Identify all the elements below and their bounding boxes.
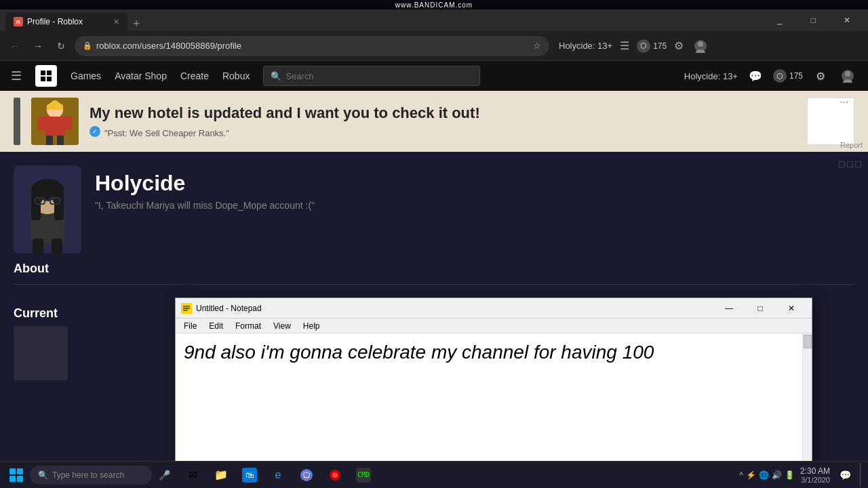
tab-close-btn[interactable]: ✕ [113,18,119,26]
nav-messages-icon[interactable]: 💬 [746,66,765,85]
notepad-maximize-btn[interactable]: □ [745,299,775,318]
ad-report-link[interactable]: Report [840,141,863,149]
folder-icon: 📁 [214,468,229,483]
about-title: About [14,262,854,276]
show-hidden-tray[interactable]: ^ [739,470,743,480]
svg-text:R: R [16,19,20,25]
svg-rect-27 [54,190,64,220]
ad-banner: My new hotel is updated and I want you t… [0,91,868,152]
volume-icon[interactable]: 🔊 [772,470,782,480]
taskbar-mic-button[interactable]: 🎤 [155,466,174,485]
ad-subtitle: "Psst: We Sell Cheaper Ranks." [104,128,229,138]
svg-rect-7 [47,70,52,75]
taskbar-ie[interactable]: e [264,463,292,487]
notepad-menu-file[interactable]: File [178,320,202,332]
robux-icon: ⬡ [637,39,650,53]
taskbar-search[interactable]: 🔍 Type here to search [30,466,152,485]
start-button[interactable] [5,464,27,486]
profile-section: Holycide "I, Takeuchi Mariya will miss D… [0,152,868,253]
svg-rect-16 [38,117,46,130]
notepad-menubar: File Edit Format View Help [176,319,812,333]
recorder-icon [328,468,342,483]
start-sq-3 [9,476,16,482]
notepad-menu-edit[interactable]: Edit [203,320,229,332]
svg-rect-19 [57,136,64,145]
new-tab-button[interactable]: + [127,17,146,31]
profile-username: Holycide [95,171,854,196]
ie-icon: e [271,468,285,483]
roblox-search-bar[interactable]: 🔍 [263,66,480,86]
forward-button[interactable]: → [28,37,47,56]
profile-avatar-container [14,165,81,253]
svg-rect-34 [52,239,62,253]
browser-minimize-btn[interactable]: ⎯ [764,9,795,31]
notepad-scroll-thumb[interactable] [804,335,812,348]
ad-text-block: My new hotel is updated and I want you t… [90,104,796,138]
nav-actions: Holycide: 13+ ☰ ⬡ 175 ⚙ [559,37,710,56]
notepad-menu-view[interactable]: View [268,320,296,332]
active-tab[interactable]: R Profile - Roblox ✕ [5,12,127,31]
taskbar-search-icon: 🔍 [38,470,48,480]
notepad-minimize-btn[interactable]: — [714,299,744,318]
nav-games[interactable]: Games [71,70,101,81]
taskbar-clock[interactable]: 2:30 AM 3/1/2020 [800,466,830,484]
bookmark-icon[interactable]: ☆ [533,41,541,51]
ad-more-button[interactable]: ··· [840,96,860,106]
svg-rect-33 [33,239,43,253]
nav-settings-icon[interactable]: ⚙ [811,66,830,85]
robux-badge: ⬡ 175 [637,39,667,53]
taskbar-mail[interactable]: ✉ [179,463,206,487]
back-button[interactable]: ← [5,37,24,56]
taskbar-terminal[interactable]: CMD [350,463,377,487]
taskbar-search-text: Type here to search [52,470,124,480]
nav-robux[interactable]: Robux [222,70,250,81]
search-input[interactable] [285,71,473,81]
nav-profile-icon[interactable] [838,66,857,85]
roblox-logo[interactable] [35,65,57,87]
notepad-menu-format[interactable]: Format [230,320,267,332]
profile-options-btn[interactable]: □ □ □ [839,159,861,169]
notepad-close-btn[interactable]: ✕ [776,299,806,318]
browser-close-btn[interactable]: ✕ [831,9,863,31]
address-bar[interactable]: 🔒 roblox.com/users/1480058869/profile ☆ [75,36,549,56]
ad-left-bar [14,98,20,145]
system-tray: ^ ⚡ 🌐 🔊 🔋 [739,470,795,480]
show-desktop-btn[interactable] [860,463,863,487]
nav-list-icon[interactable]: ☰ [615,37,634,56]
start-sq-1 [9,468,16,474]
refresh-button[interactable]: ↻ [52,37,71,56]
taskbar-recorder[interactable] [321,463,349,487]
network-icon[interactable]: 🌐 [759,470,769,480]
notification-center[interactable]: 💬 [835,466,854,485]
taskbar-folder[interactable]: 📁 [208,463,235,487]
browser-maximize-btn[interactable]: □ [797,9,829,31]
start-sq-4 [17,476,23,482]
power-icon[interactable]: 🔋 [785,470,795,480]
bandicam-text: www.BANDICAM.com [395,1,473,9]
nav-user-label: Holycide: 13+ [684,71,738,81]
taskbar-chrome[interactable] [293,463,320,487]
bluetooth-icon[interactable]: ⚡ [746,470,756,480]
profile-avatar [14,165,81,253]
taskbar-items: ✉ 📁 🛍 e [179,463,377,487]
bandicam-watermark: www.BANDICAM.com [0,0,868,9]
taskbar-store[interactable]: 🛍 [236,463,263,487]
address-text: roblox.com/users/1480058869/profile [96,41,529,51]
notepad-menu-help[interactable]: Help [298,320,326,332]
window-controls: ⎯ □ ✕ [764,9,863,31]
nav-avatar-shop[interactable]: Avatar Shop [115,70,167,81]
ad-verified-icon: ✓ [90,126,100,137]
mail-icon: ✉ [185,468,200,483]
svg-rect-36 [183,306,190,307]
settings-icon[interactable]: ⚙ [669,37,688,56]
svg-point-3 [698,41,703,47]
search-icon: 🔍 [271,71,281,81]
hamburger-menu[interactable]: ☰ [11,68,22,83]
notepad-text: 9nd also i'm gonna celebrate my channel … [184,339,804,365]
nav-create[interactable]: Create [180,70,209,81]
user-label: Holycide: 13+ [559,41,612,51]
taskbar-right: ^ ⚡ 🌐 🔊 🔋 2:30 AM 3/1/2020 💬 [739,463,863,487]
nav-robux-icon: ⬡ [773,69,787,83]
svg-rect-8 [41,77,45,81]
profile-icon[interactable] [691,37,710,56]
